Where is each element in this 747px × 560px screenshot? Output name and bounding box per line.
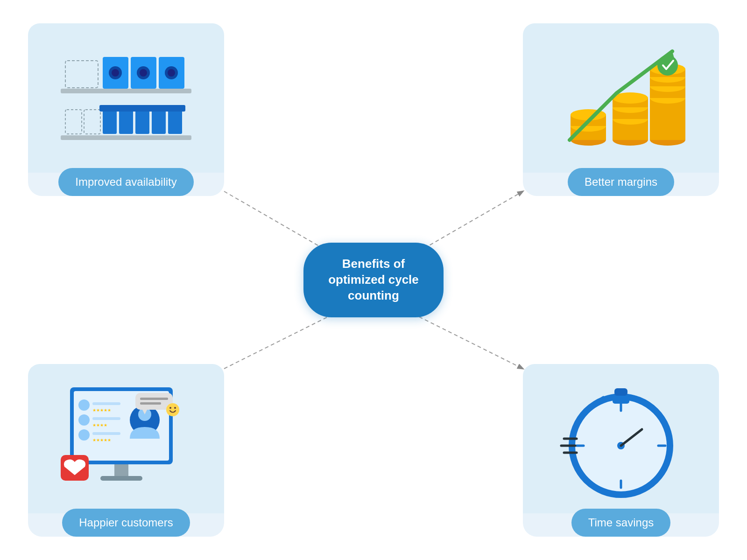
illustration-availability xyxy=(28,23,224,173)
svg-point-59 xyxy=(78,399,90,411)
svg-rect-72 xyxy=(140,398,168,400)
svg-point-53 xyxy=(657,55,678,76)
label-pill-time: Time savings xyxy=(571,509,670,537)
svg-rect-21 xyxy=(119,110,133,134)
svg-rect-28 xyxy=(165,105,185,112)
svg-rect-60 xyxy=(92,402,120,405)
svg-rect-63 xyxy=(92,417,120,420)
svg-rect-5 xyxy=(61,89,191,93)
diagram-container: Benefits of optimized cycle counting xyxy=(0,0,747,560)
svg-rect-82 xyxy=(614,388,627,396)
svg-text:★★★★★: ★★★★★ xyxy=(92,408,111,413)
label-text-margins: Better margins xyxy=(585,175,657,188)
svg-point-62 xyxy=(78,414,90,426)
shelf-illustration xyxy=(47,33,205,163)
svg-rect-25 xyxy=(152,110,166,134)
center-title: Benefits of optimized cycle counting xyxy=(303,252,444,308)
svg-point-9 xyxy=(112,69,119,77)
svg-rect-43 xyxy=(650,98,685,140)
svg-rect-19 xyxy=(103,110,117,134)
svg-text:★★★★: ★★★★ xyxy=(92,423,107,427)
illustration-customers: ★★★★★ ★★★★ ★★★★★ xyxy=(28,364,224,513)
svg-rect-58 xyxy=(100,476,142,481)
svg-rect-27 xyxy=(168,110,182,134)
label-pill-availability: Improved availability xyxy=(58,168,193,196)
svg-point-12 xyxy=(140,69,147,77)
chart-illustration xyxy=(542,33,700,163)
label-pill-customers: Happier customers xyxy=(62,509,190,537)
center-bubble: Benefits of optimized cycle counting xyxy=(303,243,444,317)
label-text-availability: Improved availability xyxy=(75,175,176,188)
svg-rect-66 xyxy=(92,432,120,435)
illustration-time xyxy=(523,364,719,513)
label-text-time: Time savings xyxy=(588,516,654,529)
svg-rect-73 xyxy=(140,402,161,405)
svg-point-15 xyxy=(168,69,175,77)
svg-point-76 xyxy=(174,407,176,409)
svg-text:★★★★★: ★★★★★ xyxy=(92,438,111,442)
svg-line-2 xyxy=(224,308,345,369)
label-pill-margins: Better margins xyxy=(568,168,674,196)
svg-point-65 xyxy=(78,429,90,441)
svg-rect-16 xyxy=(61,135,191,140)
svg-point-74 xyxy=(166,403,179,416)
illustration-margins xyxy=(523,23,719,173)
card-top-right: Better margins xyxy=(523,23,719,196)
svg-rect-4 xyxy=(47,33,205,163)
svg-line-3 xyxy=(402,308,523,369)
monitor-illustration: ★★★★★ ★★★★ ★★★★★ xyxy=(47,373,205,504)
card-bottom-left: ★★★★★ ★★★★ ★★★★★ xyxy=(28,364,224,537)
label-text-customers: Happier customers xyxy=(79,516,173,529)
svg-rect-57 xyxy=(114,464,128,477)
svg-rect-23 xyxy=(135,110,149,134)
svg-point-75 xyxy=(169,407,171,409)
card-bottom-right: Time savings xyxy=(523,364,719,537)
stopwatch-illustration xyxy=(551,373,691,504)
card-top-left: Improved availability xyxy=(28,23,224,196)
